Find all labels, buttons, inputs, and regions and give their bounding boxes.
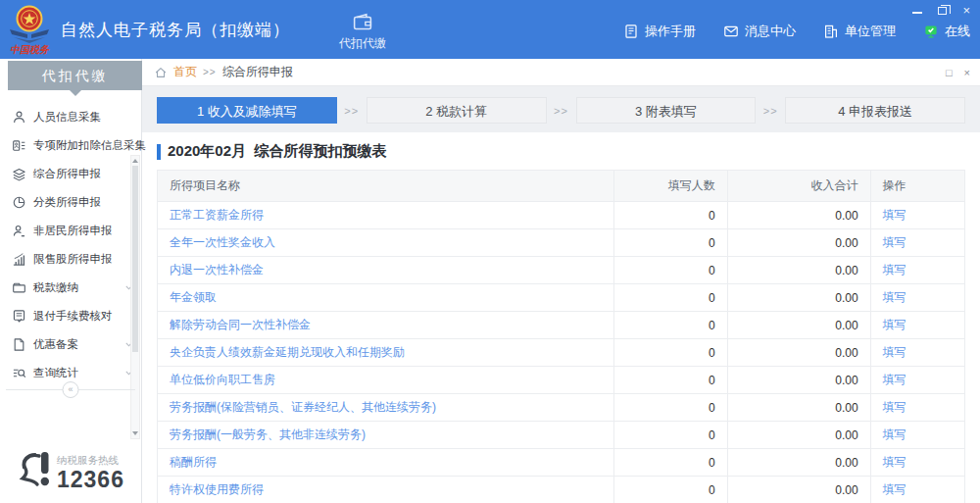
fill-link[interactable]: 填写 [883,455,906,469]
fill-count-cell: 0 [614,229,727,257]
income-item-link[interactable]: 单位低价向职工售房 [170,373,275,386]
header-right: × 操作手册消息中心单位管理在线 [623,0,980,59]
step-tab-3[interactable]: 3 附表填写 [576,97,757,124]
sidebar-scrollbar[interactable] [130,155,140,439]
layers-icon [12,167,26,181]
table-row: 全年一次性奖金收入00.00填写 [158,229,965,257]
scroll-up-icon[interactable] [132,159,138,163]
table-body: 正常工资薪金所得00.00填写全年一次性奖金收入00.00填写内退一次性补偿金0… [158,202,965,503]
action-cell: 填写 [870,312,964,339]
income-item-link[interactable]: 正常工资薪金所得 [170,208,264,222]
fill-link[interactable]: 填写 [883,235,906,249]
step-tab-1[interactable]: 1 收入及减除填写 [157,97,337,124]
income-total-cell: 0.00 [727,229,870,257]
scrollbar-thumb[interactable] [132,166,138,352]
header-menu-online-status[interactable]: 在线 [923,23,970,40]
panel-maximize-icon[interactable]: □ [946,67,953,78]
sidebar-item-restricted-stock-declaration[interactable]: 限售股所得申报 [12,245,141,274]
fill-count-cell: 0 [614,284,727,312]
sidebar-item-classified-income-declaration[interactable]: 分类所得申报 [12,188,141,217]
app-window: 中国税务 自然人电子税务局（扣缴端） 代扣代缴 × 操作手册消息中心单位管理在线… [0,0,980,503]
home-icon [154,66,168,79]
header-menu-label: 操作手册 [645,23,696,40]
income-item-link[interactable]: 解除劳动合同一次性补偿金 [170,318,311,331]
sidebar-menu: 人员信息采集专项附加扣除信息采集综合所得申报分类所得申报非居民所得申报限售股所得… [0,90,141,387]
table-row: 年金领取00.00填写 [158,284,965,312]
header-menu-message-center[interactable]: 消息中心 [723,23,796,40]
panel-close-icon[interactable]: × [964,67,970,78]
sidebar-item-refund-fee-check[interactable]: 退付手续费核对 [12,302,141,330]
table-row: 内退一次性补偿金00.00填写 [158,257,965,284]
breadcrumb-home[interactable]: 首页 [173,64,197,80]
income-total-cell: 0.00 [727,284,870,312]
id-list-icon [12,138,26,153]
scroll-down-icon[interactable] [132,431,138,435]
income-total-cell: 0.00 [727,202,870,229]
fill-link[interactable]: 填写 [883,318,906,331]
sidebar-collapse-button[interactable]: « [63,381,79,398]
sidebar-item-label: 专项附加扣除信息采集 [33,138,146,153]
step-tabs: 1 收入及减除填写>>2 税款计算>>3 附表填写>>4 申报表报送 [142,86,980,132]
fill-link[interactable]: 填写 [883,400,906,414]
panel-title: 2020年02月 综合所得预扣预缴表 [157,142,965,161]
sidebar-title: 代扣代缴 [8,61,142,90]
sidebar-item-label: 优惠备案 [33,337,78,352]
step-separator: >> [756,105,785,117]
table-title: 2020年02月 综合所得预扣预缴表 [168,142,386,161]
header-menu-operation-manual[interactable]: 操作手册 [623,23,696,40]
window-controls: × [912,5,970,16]
sidebar-item-nonresident-income-declaration[interactable]: 非居民所得申报 [12,217,141,245]
fill-link[interactable]: 填写 [883,263,906,277]
column-header: 收入合计 [727,171,870,202]
fill-link[interactable]: 填写 [883,208,906,222]
table-row: 稿酬所得00.00填写 [158,449,965,477]
minimize-icon[interactable] [912,12,922,14]
income-item-link[interactable]: 稿酬所得 [170,455,217,469]
step-tab-2[interactable]: 2 税款计算 [367,97,547,124]
sidebar-item-personnel-info-collection[interactable]: 人员信息采集 [12,103,141,131]
fill-count-cell: 0 [614,477,727,503]
income-item-link[interactable]: 全年一次性奖金收入 [170,235,275,249]
fill-link[interactable]: 填写 [883,373,906,386]
sidebar-item-label: 非居民所得申报 [33,224,113,238]
income-item-cell: 特许权使用费所得 [158,477,614,503]
action-cell: 填写 [870,339,964,367]
income-item-link[interactable]: 特许权使用费所得 [170,482,264,496]
table-row: 劳务报酬(一般劳务、其他非连续劳务)00.00填写 [158,422,965,449]
sidebar-item-tax-payment[interactable]: 税款缴纳 [12,274,141,302]
online-icon [923,24,939,39]
income-item-link[interactable]: 内退一次性补偿金 [170,263,264,277]
income-item-cell: 稿酬所得 [158,449,614,477]
action-cell: 填写 [870,477,964,503]
fill-link[interactable]: 填写 [883,482,906,496]
sidebar-item-special-deduction-collection[interactable]: 专项附加扣除信息采集 [12,131,141,160]
action-cell: 填写 [870,449,964,477]
sidebar-item-label: 综合所得申报 [33,167,101,181]
fill-count-cell: 0 [614,339,727,367]
income-item-cell: 解除劳动合同一次性补偿金 [158,312,614,339]
step-separator: >> [547,105,576,117]
income-item-link[interactable]: 年金领取 [170,290,217,304]
table-row: 解除劳动合同一次性补偿金00.00填写 [158,312,965,339]
manual-icon [623,24,639,39]
header-tab-withholding[interactable]: 代扣代缴 [339,12,386,52]
income-item-cell: 正常工资薪金所得 [158,202,614,229]
sidebar-item-preferential-filing[interactable]: 优惠备案 [12,330,141,359]
fill-link[interactable]: 填写 [883,290,906,304]
search-list-icon [12,366,26,380]
sidebar-item-comprehensive-income-declaration[interactable]: 综合所得申报 [12,160,141,188]
header-menu-label: 消息中心 [745,23,796,40]
restore-icon[interactable] [938,7,947,15]
svg-text:中国税务: 中国税务 [10,44,50,55]
header-menu-unit-management[interactable]: 单位管理 [823,23,896,40]
hotline-label: 纳税服务热线 [57,454,124,468]
close-icon[interactable]: × [962,5,970,16]
breadcrumb: 首页 >> 综合所得申报 □ × [142,59,980,86]
income-item-link[interactable]: 劳务报酬(一般劳务、其他非连续劳务) [170,428,366,441]
fill-link[interactable]: 填写 [883,428,906,441]
income-item-link[interactable]: 劳务报酬(保险营销员、证券经纪人、其他连续劳务) [170,400,436,414]
income-item-link[interactable]: 央企负责人绩效薪金延期兑现收入和任期奖励 [170,345,405,359]
step-tab-4[interactable]: 4 申报表报送 [785,97,965,124]
fill-link[interactable]: 填写 [883,345,906,359]
header-menu-label: 在线 [945,23,970,40]
